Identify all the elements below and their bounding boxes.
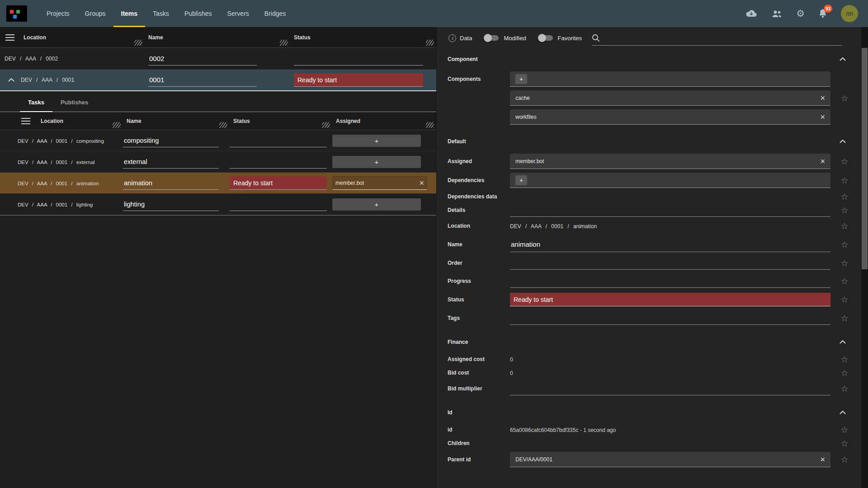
app-logo[interactable] [6,5,27,22]
add-dependency-button[interactable]: + [515,175,527,185]
order-input[interactable] [510,256,830,270]
favorite-star-icon[interactable]: ☆ [840,157,848,166]
favorite-star-icon[interactable]: ☆ [840,455,848,464]
item-name-input[interactable]: 0001 [148,73,257,87]
nav-projects[interactable]: Projects [39,0,77,27]
favorite-star-icon[interactable]: ☆ [840,277,848,286]
favorite-star-icon[interactable]: ☆ [840,240,848,249]
notification-badge: 93 [824,5,832,13]
column-resize-grip[interactable] [113,122,121,128]
task-row-external[interactable]: DEV / AAA / 0001 / external external + [0,151,436,173]
column-resize-grip[interactable] [426,40,434,46]
nav-tasks[interactable]: Tasks [145,0,177,27]
column-resize-grip[interactable] [134,40,142,46]
assigned-user-field[interactable]: member.bot × [332,176,427,190]
remove-component-icon[interactable]: × [820,94,825,102]
collapse-section-icon[interactable] [840,340,846,344]
collapse-chevron-icon[interactable] [5,78,18,82]
clear-assigned-icon[interactable]: × [820,157,825,165]
settings-gear-icon[interactable]: ⚙ [796,9,805,19]
name-input[interactable]: animation [510,237,830,252]
favorite-star-icon[interactable]: ☆ [840,192,848,201]
favorite-star-icon[interactable]: ☆ [840,94,848,103]
clear-assigned-icon[interactable]: × [419,179,424,187]
assign-add-button[interactable]: + [332,135,421,147]
favorite-star-icon[interactable]: ☆ [840,259,848,267]
nav-servers[interactable]: Servers [220,0,257,27]
assigned-row: Assigned member.bot × ☆ [437,152,861,171]
nav-bridges[interactable]: Bridges [257,0,293,27]
favorite-star-icon[interactable]: ☆ [840,426,848,434]
collapse-section-icon[interactable] [840,140,846,143]
vertical-scrollbar[interactable] [861,27,868,488]
info-icon[interactable]: i [448,34,456,42]
task-name-input[interactable]: lighting [123,197,219,211]
favorite-star-icon[interactable]: ☆ [840,314,848,323]
column-header-assigned: Assigned [332,112,436,130]
collapse-section-icon[interactable] [840,57,846,61]
dependencies-field[interactable]: + [510,173,830,188]
cloud-download-icon[interactable] [745,9,757,18]
favorite-star-icon[interactable]: ☆ [840,206,848,215]
status-input[interactable]: Ready to start [510,293,830,306]
favorites-toggle[interactable] [538,33,554,42]
task-row-lighting[interactable]: DEV / AAA / 0001 / lighting lighting + [0,194,436,215]
component-chip-workfiles[interactable]: workfiles × [510,109,830,125]
item-row-0001[interactable]: DEV / AAA / 0001 0001 Ready to start [0,70,436,91]
column-resize-grip[interactable] [426,122,434,128]
item-name-input[interactable]: 0002 [148,52,257,66]
favorite-star-icon[interactable]: ☆ [840,385,848,393]
nav-groups[interactable]: Groups [77,0,113,27]
column-resize-grip[interactable] [322,122,330,128]
task-name-input[interactable]: compositing [123,134,219,147]
tab-tasks[interactable]: Tasks [20,99,52,112]
clear-parent-icon[interactable]: × [820,455,825,464]
favorites-label: Favorites [558,35,582,42]
task-name-input[interactable]: animation [123,176,219,190]
favorite-star-icon[interactable]: ☆ [840,439,848,448]
favorite-star-icon[interactable]: ☆ [840,222,848,230]
component-chip-cache[interactable]: cache × [510,90,830,106]
nav-items[interactable]: Items [113,0,146,27]
task-status-input[interactable] [230,155,327,169]
item-row-0002[interactable]: DEV / AAA / 0002 0002 [0,48,436,70]
notifications-bell-icon[interactable]: 93 [818,9,827,19]
search-input[interactable] [592,30,842,46]
favorite-star-icon[interactable]: ☆ [840,296,848,304]
progress-input[interactable] [510,274,830,288]
components-field[interactable]: + [510,71,830,87]
column-resize-grip[interactable] [280,40,288,46]
user-avatar[interactable]: nn [841,5,858,22]
table-menu-icon[interactable] [18,118,33,124]
task-name-input[interactable]: external [123,155,219,169]
assign-add-button[interactable]: + [332,198,421,211]
users-icon[interactable] [771,10,783,18]
modified-toggle[interactable] [484,33,500,42]
table-menu-icon[interactable] [0,34,20,41]
details-input[interactable] [510,203,830,217]
column-resize-grip[interactable] [219,122,227,128]
parent-id-field[interactable]: DEV/AAA/0001 × [510,452,830,467]
task-row-animation[interactable]: DEV / AAA / 0001 / animation animation R… [0,173,436,194]
task-status-input[interactable] [230,134,327,147]
add-component-button[interactable]: + [515,74,527,84]
item-status-input[interactable] [294,52,423,66]
tab-publishes[interactable]: Publishes [52,99,96,112]
favorite-star-icon[interactable]: ☆ [840,176,848,185]
tags-input[interactable] [510,311,830,325]
children-row: Children ☆ [437,436,861,450]
favorite-star-icon[interactable]: ☆ [840,355,848,364]
task-status-input[interactable]: Ready to start [230,176,327,190]
item-status-input[interactable]: Ready to start [294,73,423,87]
task-status-input[interactable] [230,197,327,211]
bid-multiplier-input[interactable] [510,382,830,395]
remove-component-icon[interactable]: × [820,113,825,121]
assigned-field[interactable]: member.bot × [510,154,830,169]
nav-publishes[interactable]: Publishes [177,0,220,27]
items-table-header: Location Name Status [0,27,436,48]
assign-add-button[interactable]: + [332,156,421,168]
scrollbar-thumb[interactable] [862,48,868,269]
favorite-star-icon[interactable]: ☆ [840,369,848,377]
collapse-section-icon[interactable] [840,411,846,414]
task-row-compositing[interactable]: DEV / AAA / 0001 / compositing compositi… [0,130,436,151]
